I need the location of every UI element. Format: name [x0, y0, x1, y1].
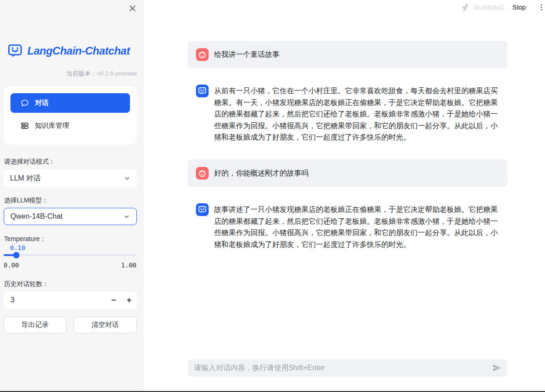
chat-message-assistant: 故事讲述了一只小猪发现糖果店的老板娘正在偷糖果，于是它决定帮助老板娘。它把糖果店…	[188, 201, 507, 253]
chat-bubble-smiley-icon	[198, 205, 207, 214]
assistant-avatar	[196, 203, 209, 216]
chevron-down-icon	[123, 213, 130, 220]
main-area: RUNNING... Stop 给我讲一个童话故事	[144, 0, 545, 392]
app-logo: LangChain-Chatchat	[6, 43, 130, 59]
increment-button[interactable]: +	[121, 291, 137, 309]
stop-button[interactable]: Stop	[512, 4, 526, 11]
kebab-icon	[537, 3, 545, 11]
chat-bubble-smiley-icon	[6, 43, 24, 59]
sidebar: LangChain-Chatchat 当前版本：v0.2.6-preview 对…	[0, 0, 144, 392]
send-button[interactable]	[492, 363, 502, 373]
chat-icon	[20, 99, 29, 107]
close-sidebar-button[interactable]	[128, 4, 137, 13]
export-history-button[interactable]: 导出记录	[4, 317, 66, 333]
user-message-text: 给我讲一个童话故事	[214, 48, 280, 60]
chat-input-bar	[188, 359, 507, 377]
app-title: LangChain-Chatchat	[27, 45, 130, 57]
slider-min-label: 0.00	[4, 261, 19, 269]
assistant-avatar	[196, 85, 209, 97]
sidebar-item-dialogue[interactable]: 对话	[10, 93, 130, 113]
user-avatar	[196, 48, 209, 61]
history-rounds-value: 3	[4, 296, 106, 304]
running-status-icon	[460, 3, 470, 13]
chat-bubble-smiley-icon	[198, 86, 207, 95]
sidebar-item-label: 知识库管理	[35, 121, 69, 130]
dialog-mode-label: 请选择对话模式：	[4, 158, 55, 166]
user-avatar	[196, 167, 209, 180]
temperature-slider-thumb[interactable]	[13, 252, 20, 258]
temperature-value: 0.10	[10, 244, 25, 251]
nav-card: 对话 知识库管理	[4, 86, 137, 145]
sidebar-item-label: 对话	[35, 99, 49, 107]
chat-area: 给我讲一个童话故事 从前有一只小猪，它住在一个小村庄里。它非常喜欢吃甜食，每天都…	[188, 41, 507, 266]
chat-message-user: 给我讲一个童话故事	[188, 41, 507, 68]
temperature-label: Temperature：	[4, 235, 46, 243]
chat-message-user: 好的，你能概述刚才的故事吗	[188, 160, 507, 187]
chevron-down-icon	[124, 175, 130, 182]
decrement-button[interactable]: −	[106, 291, 121, 309]
server-stack-icon	[20, 121, 29, 130]
version-line: 当前版本：v0.2.6-preview	[66, 70, 137, 78]
assistant-message-text: 从前有一只小猪，它住在一个小村庄里。它非常喜欢吃甜食，每天都会去村里的糖果店买糖…	[214, 85, 499, 143]
user-message-text: 好的，你能概述刚才的故事吗	[214, 167, 309, 179]
temperature-slider[interactable]	[4, 254, 136, 256]
history-rounds-input[interactable]: 3 − +	[4, 291, 137, 309]
chat-input[interactable]	[194, 364, 492, 372]
version-label: 当前版本：	[66, 70, 97, 77]
slider-max-label: 1.00	[121, 261, 136, 269]
dialog-mode-value: LLM 对话	[10, 174, 124, 183]
assistant-message-text: 故事讲述了一只小猪发现糖果店的老板娘正在偷糖果，于是它决定帮助老板娘。它把糖果店…	[214, 203, 499, 250]
dialog-mode-select[interactable]: LLM 对话	[4, 170, 137, 187]
version-value: v0.2.6-preview	[97, 70, 137, 77]
user-face-icon	[198, 169, 207, 178]
history-rounds-label: 历史对话轮数：	[4, 280, 49, 288]
chat-message-assistant: 从前有一只小猪，它住在一个小村庄里。它非常喜欢吃甜食，每天都会去村里的糖果店买糖…	[188, 82, 507, 146]
llm-model-label: 选择LLM模型：	[4, 196, 48, 205]
llm-model-select[interactable]: Qwen-14B-Chat	[4, 208, 137, 225]
clear-dialogue-button[interactable]: 清空对话	[74, 317, 137, 333]
send-icon	[492, 363, 502, 373]
top-header: RUNNING... Stop	[144, 0, 545, 18]
llm-model-value: Qwen-14B-Chat	[10, 212, 123, 221]
sidebar-item-knowledge-base[interactable]: 知识库管理	[10, 116, 130, 136]
running-status-text: RUNNING...	[474, 4, 510, 11]
close-icon	[128, 4, 137, 13]
kebab-menu-button[interactable]	[537, 3, 545, 12]
user-face-icon	[198, 50, 207, 59]
